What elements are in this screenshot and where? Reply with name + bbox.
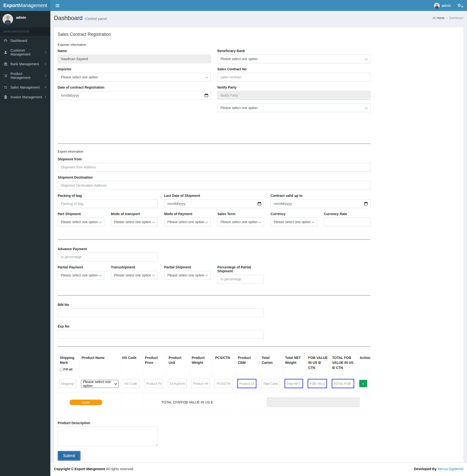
product-description-textarea[interactable]: [58, 427, 158, 446]
total-carton-input[interactable]: [261, 379, 280, 388]
chevron-left-icon: [45, 75, 47, 77]
col-total-fob-value: TOTAL FOB VALUE IN US $/ CTN: [330, 353, 358, 375]
user-menu[interactable]: admin: [434, 3, 451, 9]
pcs-ctn-input[interactable]: [215, 379, 233, 388]
col-product-price: Product Price: [143, 353, 166, 375]
product-cbm-input[interactable]: [237, 379, 256, 388]
breadcrumb-home-link[interactable]: Home: [432, 16, 444, 20]
breadcrumb-current: Dashboard: [449, 16, 463, 20]
notify-party-input[interactable]: [218, 91, 371, 100]
page-subtitle: Control panel: [85, 16, 107, 21]
calendar-icon: [205, 93, 208, 97]
fill-all-checkbox[interactable]: [60, 368, 63, 371]
mode-of-transport-select[interactable]: Please select one option: [111, 218, 158, 226]
shipping-mark-input[interactable]: [59, 379, 76, 388]
app-logo[interactable]: ExportManagement: [0, 0, 50, 11]
col-product-unit: Product Unit: [167, 353, 190, 375]
packing-of-bag-label: Packing of bag: [58, 194, 158, 198]
breadcrumb: Home > Dashboard: [432, 16, 463, 20]
product-name-select[interactable]: Please select one option: [81, 380, 118, 388]
sidebar-item-product-management[interactable]: Product Management: [0, 69, 50, 82]
bank-icon: [4, 62, 8, 66]
transshipment-label: Transshipment: [111, 265, 158, 269]
total-fob-value-input[interactable]: [332, 379, 354, 388]
navbar-body: admin ⚙⚙: [50, 0, 467, 11]
part-shipment-select[interactable]: Please select one option: [58, 218, 104, 226]
settings-gears-icon[interactable]: ⚙⚙: [457, 3, 463, 8]
sales-term-select[interactable]: Please select one option: [217, 218, 264, 226]
sidebar-item-bank-management[interactable]: Bank Management: [0, 59, 50, 69]
currency-rate-input[interactable]: [324, 218, 370, 226]
user-avatar: [434, 3, 440, 9]
page-footer: Developed By Mensa DigiWorld Copyright ©…: [50, 462, 467, 476]
developer-link[interactable]: Mensa DigiWorld: [438, 467, 463, 471]
chevron-down-icon: [99, 274, 102, 276]
exp-no-input[interactable]: [58, 330, 264, 339]
total-cfr-fob-input[interactable]: [267, 397, 360, 407]
shipment-from-input[interactable]: [58, 163, 370, 172]
invoice-file-icon: [4, 95, 8, 99]
chevron-left-icon: [45, 86, 47, 88]
name-label: Name: [58, 49, 211, 53]
col-shipping-mark: Shipping Mark Fill all: [58, 353, 79, 375]
packing-of-bag-input[interactable]: [58, 199, 158, 208]
sidebar-item-dashboard[interactable]: Dashboard: [0, 36, 50, 45]
sales-contract-no-input[interactable]: [218, 73, 371, 81]
top-navbar: ExportManagement admin ⚙⚙: [0, 0, 467, 11]
count-badge: count: [70, 400, 102, 405]
product-unit-input[interactable]: [168, 379, 187, 388]
contract-valid-date-input[interactable]: mm/dd/yyyy: [271, 199, 370, 208]
shipment-destination-input[interactable]: [58, 181, 370, 190]
partial-payment-label: Partial Payment: [58, 265, 104, 269]
form-panel: Sales Contract Registration Exporter inf…: [54, 27, 463, 465]
last-shipment-date-label: Last Date of Shipment: [164, 194, 264, 198]
name-input[interactable]: [58, 54, 211, 63]
sidebar-item-label: Dashboard: [11, 39, 47, 43]
submit-button[interactable]: Submit: [58, 451, 80, 461]
chevron-down-icon: [259, 220, 261, 223]
importer-label: Importer: [58, 67, 211, 71]
sidebar-item-customer-management[interactable]: Customer Management: [0, 45, 50, 59]
transshipment-select[interactable]: Please select one option: [111, 271, 158, 280]
chevron-down-icon: [365, 106, 367, 109]
sidebar-item-label: Bank Management: [11, 62, 43, 66]
chevron-down-icon: [205, 75, 208, 78]
product-price-input[interactable]: [144, 379, 163, 388]
fob-value-input[interactable]: [308, 379, 327, 388]
hs-code-input[interactable]: [122, 379, 140, 388]
sidebar-item-sales-management[interactable]: Sales Management: [0, 82, 50, 92]
totals-row: count TOTAL CFR/FOB VALUE IN US $: [58, 393, 370, 412]
brand-rest: Management: [19, 3, 47, 8]
total-net-weight-input[interactable]: [285, 379, 303, 388]
chevron-down-icon: [205, 274, 208, 276]
importer-select[interactable]: Please select one option: [58, 73, 211, 81]
fill-all-label: Fill all: [64, 367, 73, 372]
product-table-header-row: Shipping Mark Fill all Product Name HS C…: [58, 353, 370, 375]
exchange-arrows-icon: [4, 85, 8, 89]
rights-text: All rights reserved.: [106, 467, 134, 471]
sales-contract-form: Sales Contract Registration Exporter inf…: [58, 32, 370, 461]
sidebar-toggle-button[interactable]: [55, 3, 60, 9]
partial-shipment-select[interactable]: Please select one option: [164, 271, 211, 280]
chevron-down-icon: [205, 220, 208, 223]
shipment-destination-label: Shipment Destination: [58, 175, 370, 179]
partial-payment-select[interactable]: Please select one option: [58, 271, 104, 280]
beneficiary-bank-select[interactable]: Please select one option: [218, 54, 371, 63]
product-weight-input[interactable]: [191, 379, 210, 388]
bin-no-input[interactable]: [58, 308, 264, 317]
contract-date-input[interactable]: mm/dd/yyyy: [58, 91, 211, 100]
mode-of-payment-select[interactable]: Please select one option: [164, 218, 211, 226]
notify-party-select[interactable]: Please select one option: [218, 104, 371, 112]
section-divider: [58, 346, 370, 347]
calendar-icon: [258, 202, 261, 206]
add-row-button[interactable]: +: [359, 380, 367, 387]
last-shipment-date-input[interactable]: mm/dd/yyyy: [164, 199, 264, 208]
advance-payment-input[interactable]: [58, 253, 158, 261]
product-description-label: Product Description: [58, 421, 370, 425]
col-fob-value: FOB VALUE IN US $/ CTN: [306, 353, 330, 375]
product-table: Shipping Mark Fill all Product Name HS C…: [58, 353, 370, 412]
partial-shipment-percent-input[interactable]: [217, 275, 264, 283]
sidebar-item-invoice-management[interactable]: Invoice Management: [0, 92, 50, 102]
currency-select[interactable]: Please select one option: [271, 218, 317, 226]
section-divider: [58, 144, 370, 144]
